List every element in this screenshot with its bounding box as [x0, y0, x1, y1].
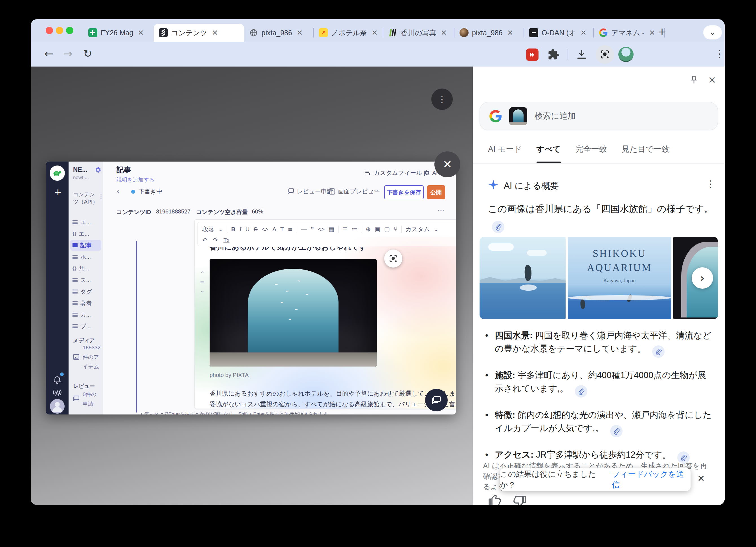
zoom-window-button[interactable]: [66, 27, 73, 34]
minimize-window-button[interactable]: [56, 27, 63, 34]
bullet-list-button[interactable]: ☰: [342, 226, 348, 233]
review-count-line2[interactable]: 申請: [83, 401, 93, 407]
chevron-down-icon[interactable]: ⌄: [218, 226, 223, 233]
ordered-list-button[interactable]: ≔: [352, 226, 358, 233]
tab-close-icon[interactable]: ✕: [296, 28, 303, 37]
publish-button[interactable]: 公開: [427, 185, 445, 199]
tab-close-icon[interactable]: ✕: [580, 28, 586, 37]
overview-more-icon[interactable]: ⋮: [706, 178, 715, 190]
reload-button[interactable]: ↻: [83, 47, 92, 60]
hr-button[interactable]: —: [301, 226, 307, 233]
tab-odan[interactable]: O-DAN (オ ✕: [524, 24, 593, 42]
new-tab-button[interactable]: +: [658, 25, 667, 38]
sidebar-item-3[interactable]: ホ...: [70, 252, 101, 262]
back-button[interactable]: ←: [44, 47, 53, 60]
font-size-button[interactable]: T: [280, 226, 284, 233]
redo-button[interactable]: ↷: [213, 237, 218, 244]
clear-format-button[interactable]: Tx: [223, 237, 229, 243]
strike-button[interactable]: S: [254, 226, 258, 233]
tab-close-icon[interactable]: ✕: [649, 28, 655, 37]
thumbs-up-button[interactable]: [488, 494, 502, 505]
back-chevron[interactable]: ‹: [117, 186, 120, 196]
tab-kagawa-photos[interactable]: 香川の写真 ✕: [383, 24, 454, 42]
citation-link-chip[interactable]: [575, 385, 587, 397]
close-panel-icon[interactable]: ✕: [708, 74, 716, 86]
tab-close-icon[interactable]: ✕: [441, 28, 447, 37]
tab-visual-match[interactable]: 見た目で一致: [622, 144, 669, 163]
review-request-button[interactable]: レビュー申請: [287, 188, 333, 196]
sidebar-item-5[interactable]: ス...: [70, 274, 101, 285]
sidebar-item-tags[interactable]: タグ: [70, 286, 101, 297]
tab-close-icon[interactable]: ✕: [507, 28, 513, 37]
insert-file-button[interactable]: ▢: [384, 226, 390, 233]
sidebar-item-articles[interactable]: 記事: [70, 240, 101, 251]
citation-link-chip[interactable]: [610, 425, 623, 437]
undo-button[interactable]: ↶: [202, 237, 207, 244]
media-count-line3[interactable]: イテム: [83, 364, 99, 370]
code-block-button[interactable]: <>: [318, 226, 325, 233]
article-aquarium-image[interactable]: [210, 259, 377, 366]
inline-code-button[interactable]: <>: [261, 226, 269, 233]
review-count-line1[interactable]: 0件の: [83, 392, 96, 397]
add-service-button[interactable]: +: [54, 186, 62, 198]
body-line-2[interactable]: 妥協がないコスパ重視の宿から、すべてが絵になる高級旅館まで、バリエーションに富ん…: [210, 400, 456, 408]
bold-button[interactable]: B: [231, 226, 236, 233]
broadcast-icon[interactable]: [52, 388, 62, 398]
media-count-line1[interactable]: 165332: [83, 345, 100, 350]
tab-search-button[interactable]: ⌄: [703, 25, 722, 39]
lens-active-button[interactable]: [595, 45, 614, 64]
downloads-button[interactable]: [576, 49, 588, 60]
insert-image-button[interactable]: ▣: [375, 226, 380, 233]
body-line-1[interactable]: 香川県にあるおすすめのおしゃれホテルを、目的や予算にあわせて厳選してご紹介しまし…: [210, 389, 456, 398]
tab-close-icon[interactable]: ✕: [372, 28, 378, 37]
sidebar-item-0[interactable]: エ...: [70, 217, 101, 228]
lens-search-bar[interactable]: 検索に追加: [480, 102, 718, 130]
toast-close-icon[interactable]: ✕: [697, 473, 705, 484]
link-button[interactable]: ⊕: [366, 226, 371, 233]
tab-close-icon[interactable]: ✕: [138, 28, 144, 37]
forward-button[interactable]: →: [63, 47, 72, 60]
tab-exact-match[interactable]: 完全一致: [575, 144, 607, 163]
carousel-next-button[interactable]: ›: [692, 267, 713, 289]
paragraph-select[interactable]: 段落: [202, 225, 214, 233]
tab-ai-mode[interactable]: AI モード: [488, 144, 522, 163]
embed-button[interactable]: ⑂: [394, 226, 397, 233]
tab-all[interactable]: すべて: [537, 144, 561, 163]
overlay-more-button[interactable]: ⋮: [431, 89, 453, 110]
carousel-image-dolphin-jump[interactable]: [480, 237, 566, 319]
text-color-button[interactable]: A: [272, 226, 276, 233]
underline-button[interactable]: U: [245, 226, 250, 233]
extensions-puzzle-icon[interactable]: [548, 49, 559, 60]
sidebar-item-9[interactable]: ブ...: [70, 321, 101, 331]
tab-pixta-2[interactable]: pixta_986 ✕: [454, 24, 524, 42]
search-placeholder[interactable]: 検索に追加: [535, 111, 576, 122]
sidebar-item-4[interactable]: { }共...: [70, 263, 101, 274]
citation-link-chip[interactable]: [492, 221, 504, 233]
tab-novotel[interactable]: ↗ ノボテル奈 ✕: [314, 24, 383, 42]
overlay-close-button[interactable]: ✕: [434, 152, 460, 177]
citation-link-chip[interactable]: [652, 345, 665, 358]
meta-more-icon[interactable]: ⋯: [438, 206, 444, 214]
media-image-icon[interactable]: [72, 353, 80, 361]
service-settings-gear-icon[interactable]: [95, 166, 102, 174]
add-description-link[interactable]: 説明を追加する: [117, 176, 154, 184]
feedback-chat-button[interactable]: [425, 389, 448, 411]
extension-red-icon[interactable]: [526, 49, 539, 61]
save-draft-button[interactable]: 下書きを保存: [384, 185, 424, 199]
send-feedback-link[interactable]: フィードバックを送信: [612, 469, 691, 490]
tab-pixta-1[interactable]: pixta_986 ✕: [244, 24, 313, 42]
user-avatar[interactable]: [50, 399, 65, 414]
more-actions-icon[interactable]: ⋯: [372, 186, 378, 194]
pin-panel-icon[interactable]: [689, 75, 699, 85]
align-button[interactable]: ≡: [288, 226, 293, 233]
quote-button[interactable]: ”: [311, 226, 314, 233]
lens-search-image-button[interactable]: [384, 250, 402, 268]
custom-select[interactable]: カスタム: [406, 225, 430, 233]
block-handles[interactable]: ⌃=⌄: [199, 269, 206, 294]
chevron-down-icon[interactable]: ⌄: [434, 226, 439, 233]
thumbs-down-button[interactable]: [513, 494, 526, 505]
carousel-image-shikoku-aquarium[interactable]: SHIKOKU AQUARIUM Kagawa, Japan: [568, 237, 671, 319]
tab-microcms-active[interactable]: コンテンツ ✕: [154, 24, 244, 42]
sidebar-item-authors[interactable]: 著者: [70, 298, 101, 308]
table-button[interactable]: ▦: [329, 226, 334, 233]
